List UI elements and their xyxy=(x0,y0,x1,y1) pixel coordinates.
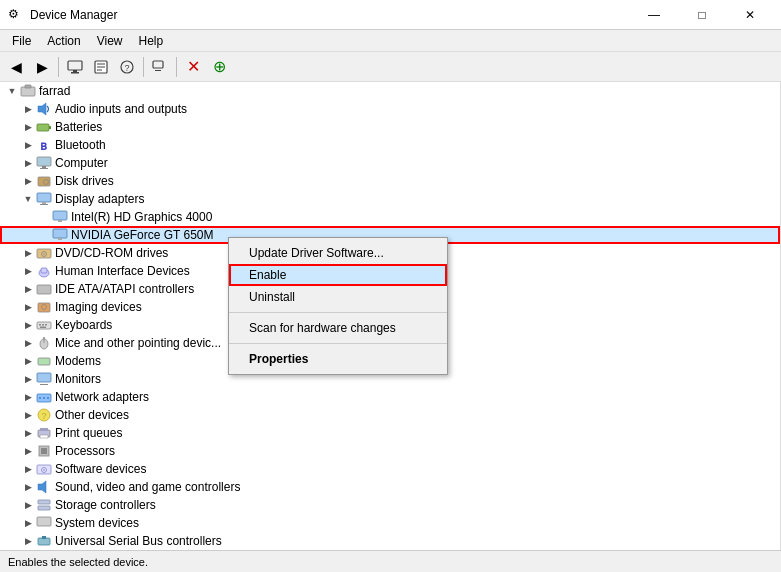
ctx-enable[interactable]: Enable xyxy=(229,264,447,286)
toolbar-enable[interactable]: ⊕ xyxy=(207,55,231,79)
toolbar-forward[interactable]: ▶ xyxy=(30,55,54,79)
monitors-icon xyxy=(36,371,52,387)
toolbar-monitor[interactable] xyxy=(148,55,172,79)
close-button[interactable]: ✕ xyxy=(727,0,773,30)
svg-rect-40 xyxy=(45,324,47,326)
menu-help[interactable]: Help xyxy=(131,32,172,50)
svg-rect-0 xyxy=(68,61,82,70)
tree-item-bluetooth[interactable]: ▶ ʙ Bluetooth xyxy=(0,136,780,154)
modems-label: Modems xyxy=(55,354,101,368)
context-menu: Update Driver Software... Enable Uninsta… xyxy=(228,237,448,375)
menu-view[interactable]: View xyxy=(89,32,131,50)
tree-item-system[interactable]: ▶ System devices xyxy=(0,514,780,532)
processors-icon xyxy=(36,443,52,459)
keyboards-label: Keyboards xyxy=(55,318,112,332)
svg-rect-17 xyxy=(37,157,51,166)
tree-root[interactable]: ▼ farrad xyxy=(0,82,780,100)
imaging-label: Imaging devices xyxy=(55,300,142,314)
tree-item-print[interactable]: ▶ Print queues xyxy=(0,424,780,442)
nvidia-icon xyxy=(52,227,68,243)
menu-file[interactable]: File xyxy=(4,32,39,50)
display-label: Display adapters xyxy=(55,192,144,206)
root-icon xyxy=(20,83,36,99)
svg-rect-25 xyxy=(53,211,67,220)
hid-label: Human Interface Devices xyxy=(55,264,190,278)
svg-rect-22 xyxy=(37,193,51,202)
other-label: Other devices xyxy=(55,408,129,422)
svg-rect-19 xyxy=(42,166,46,168)
storage-expand-icon: ▶ xyxy=(20,497,36,513)
svg-marker-13 xyxy=(38,103,46,115)
sound-expand-icon: ▶ xyxy=(20,479,36,495)
svg-rect-12 xyxy=(25,85,31,88)
toolbar-properties[interactable] xyxy=(89,55,113,79)
minimize-button[interactable]: — xyxy=(631,0,677,30)
root-label: farrad xyxy=(39,84,70,98)
svg-point-50 xyxy=(43,397,45,399)
audio-expand-icon: ▶ xyxy=(20,101,36,117)
menu-action[interactable]: Action xyxy=(39,32,88,50)
toolbar-computer[interactable] xyxy=(63,55,87,79)
tree-item-sound[interactable]: ▶ Sound, video and game controllers xyxy=(0,478,780,496)
toolbar-delete[interactable]: ✕ xyxy=(181,55,205,79)
tree-item-computer[interactable]: ▶ Computer xyxy=(0,154,780,172)
window-title: Device Manager xyxy=(30,8,117,22)
other-expand-icon: ▶ xyxy=(20,407,36,423)
tree-item-audio[interactable]: ▶ Audio inputs and outputs xyxy=(0,100,780,118)
monitors-expand-icon: ▶ xyxy=(20,371,36,387)
batteries-expand-icon: ▶ xyxy=(20,119,36,135)
svg-rect-58 xyxy=(41,448,47,454)
svg-rect-41 xyxy=(40,327,46,329)
tree-item-software[interactable]: ▶ Software devices xyxy=(0,460,780,478)
ide-expand-icon: ▶ xyxy=(20,281,36,297)
other-icon: ? xyxy=(36,407,52,423)
toolbar-sep-2 xyxy=(143,57,144,77)
app-icon: ⚙ xyxy=(8,7,24,23)
ctx-properties[interactable]: Properties xyxy=(229,348,447,370)
tree-item-network[interactable]: ▶ Network adapters xyxy=(0,388,780,406)
usb-expand-icon: ▶ xyxy=(20,533,36,549)
processors-expand-icon: ▶ xyxy=(20,443,36,459)
system-expand-icon: ▶ xyxy=(20,515,36,531)
tree-item-storage[interactable]: ▶ Storage controllers xyxy=(0,496,780,514)
computer-label: Computer xyxy=(55,156,108,170)
maximize-button[interactable]: □ xyxy=(679,0,725,30)
tree-item-usb[interactable]: ▶ Universal Serial Bus controllers xyxy=(0,532,780,550)
ctx-scan[interactable]: Scan for hardware changes xyxy=(229,317,447,339)
status-text: Enables the selected device. xyxy=(8,556,148,568)
audio-label: Audio inputs and outputs xyxy=(55,102,187,116)
svg-rect-2 xyxy=(73,70,77,72)
processors-label: Processors xyxy=(55,444,115,458)
software-label: Software devices xyxy=(55,462,146,476)
svg-point-44 xyxy=(43,337,45,339)
bluetooth-expand-icon: ▶ xyxy=(20,137,36,153)
sound-label: Sound, video and game controllers xyxy=(55,480,240,494)
disk-icon xyxy=(36,173,52,189)
system-icon xyxy=(36,515,52,531)
status-bar: Enables the selected device. xyxy=(0,550,781,572)
batteries-label: Batteries xyxy=(55,120,102,134)
svg-rect-47 xyxy=(40,384,48,385)
tree-pane[interactable]: ▼ farrad ▶ Audio inputs and outputs xyxy=(0,82,781,550)
svg-rect-27 xyxy=(53,229,67,238)
monitors-label: Monitors xyxy=(55,372,101,386)
ctx-update[interactable]: Update Driver Software... xyxy=(229,242,447,264)
tree-item-display[interactable]: ▼ Display adapters xyxy=(0,190,780,208)
toolbar-back[interactable]: ◀ xyxy=(4,55,28,79)
print-label: Print queues xyxy=(55,426,122,440)
modems-expand-icon: ▶ xyxy=(20,353,36,369)
computer-expand-icon: ▶ xyxy=(20,155,36,171)
tree-item-batteries[interactable]: ▶ Batteries xyxy=(0,118,780,136)
ctx-sep-1 xyxy=(229,312,447,313)
ctx-sep-2 xyxy=(229,343,447,344)
svg-point-31 xyxy=(43,253,45,255)
imaging-expand-icon: ▶ xyxy=(20,299,36,315)
tree-item-intel[interactable]: ▶ Intel(R) HD Graphics 4000 xyxy=(0,208,780,226)
toolbar-help[interactable]: ? xyxy=(115,55,139,79)
ctx-uninstall[interactable]: Uninstall xyxy=(229,286,447,308)
nvidia-label: NVIDIA GeForce GT 650M xyxy=(71,228,214,242)
tree-item-processors[interactable]: ▶ Processors xyxy=(0,442,780,460)
keyboards-icon xyxy=(36,317,52,333)
tree-item-disk[interactable]: ▶ Disk drives xyxy=(0,172,780,190)
tree-item-other[interactable]: ▶ ? Other devices xyxy=(0,406,780,424)
